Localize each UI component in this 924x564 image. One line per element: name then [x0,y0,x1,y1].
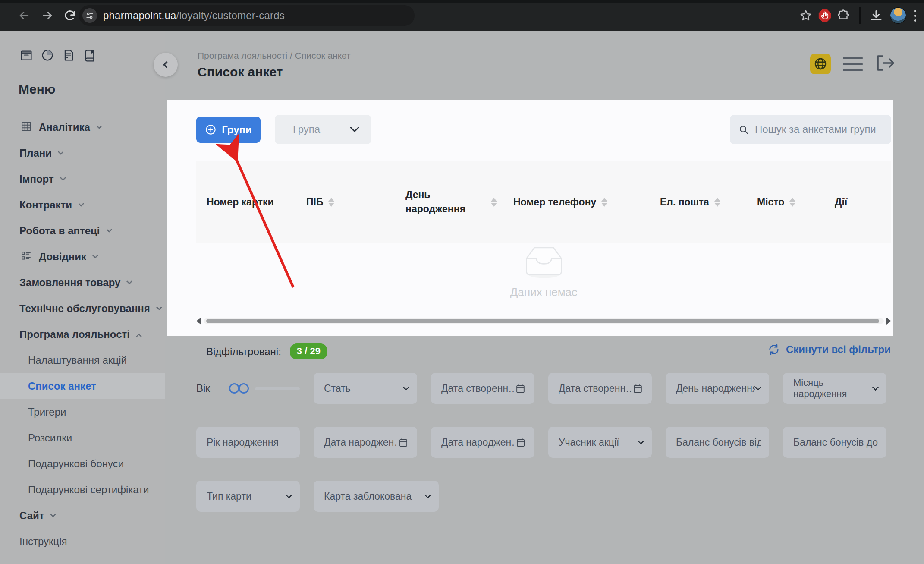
browser-refresh-icon[interactable] [60,6,79,25]
browser-forward-icon[interactable] [38,6,57,25]
bookmark-star-icon[interactable] [796,6,815,25]
sidebar-item-import[interactable]: Імпорт [0,166,165,192]
search-input[interactable] [755,123,883,135]
birth-month-select[interactable]: Місяць народження [783,373,886,404]
sidebar-item-promo-settings[interactable]: Налаштування акцій [0,347,165,373]
column-header-card-number: Номер картки [196,161,306,243]
birth-date-from-input[interactable]: Дата народжен… [314,427,417,458]
scroll-left-arrow-icon[interactable] [196,318,201,325]
column-label: День народження [405,188,462,217]
sidebar-item-directory[interactable]: Довідник [0,244,165,270]
document-icon[interactable] [62,48,75,62]
scroll-right-arrow-icon[interactable] [886,318,891,325]
column-label: Номер картки [207,196,274,208]
sidebar-item-orders[interactable]: Замовлення товару [0,270,165,296]
sidebar-item-analytics[interactable]: Аналітика [0,114,165,140]
sidebar-item-pharmacy-work[interactable]: Робота в аптеці [0,218,165,244]
chevron-down-icon [78,201,84,207]
pie-chart-icon[interactable] [41,48,54,62]
url-text: pharmapoint.ua/loyalty/customer-cards [103,9,285,22]
card-blocked-select[interactable]: Карта заблокована [314,481,439,512]
reset-filters-label: Скинути всі фільтри [786,343,891,356]
scrollbar-thumb[interactable] [206,319,879,323]
sidebar-item-site[interactable]: Сайт [0,503,165,529]
column-header-phone[interactable]: Номер телефону [513,161,660,243]
filter-label: Дата створенн… [559,383,632,394]
url-bar[interactable]: pharmapoint.ua/loyalty/customer-cards [79,5,415,26]
profile-avatar[interactable] [890,7,906,24]
filter-label: Учасник акції [559,437,619,448]
adblock-extension-icon[interactable] [815,6,834,25]
archive-box-icon[interactable] [19,48,33,62]
reset-filters-link[interactable]: Скинути всі фільтри [768,343,891,356]
sidebar-item-instruction[interactable]: Інструкція [0,529,165,555]
site-info-icon[interactable] [82,8,97,23]
browser-tab-strip [0,0,924,3]
bonus-balance-from-input[interactable]: Баланс бонусів від [666,427,769,458]
filter-label: Баланс бонусів від [676,437,761,448]
sidebar-item-gift-certificates[interactable]: Подарункові сертифікати [0,477,165,503]
chevron-down-icon [156,304,162,310]
sidebar-item-loyalty-program[interactable]: Програма лояльності [0,321,165,347]
group-select[interactable]: Група [275,115,371,144]
column-label: ПІБ [306,196,323,208]
search-field[interactable] [730,115,891,144]
sidebar-item-triggers[interactable]: Тригери [0,399,165,425]
sidebar-item-label: Імпорт [19,173,54,185]
birth-date-to-input[interactable]: Дата народжен… [431,427,534,458]
card-type-select[interactable]: Тип карти [196,481,300,512]
sort-icon[interactable] [789,198,795,207]
hamburger-menu-icon[interactable] [843,57,863,71]
infinity-icon[interactable] [229,383,249,394]
chevron-down-icon [96,123,102,129]
browser-back-icon[interactable] [15,6,34,25]
column-header-name[interactable]: ПІБ [306,161,405,243]
empty-inbox-icon [520,243,568,280]
bonus-balance-to-input[interactable]: Баланс бонусів до [783,427,886,458]
chevron-down-icon [755,384,762,391]
language-globe-button[interactable] [810,54,831,74]
promo-participant-select[interactable]: Учасник акції [548,427,652,458]
group-select-value: Група [293,123,320,135]
sort-icon[interactable] [328,198,334,207]
filter-label: Рік народження [207,437,279,448]
groups-button[interactable]: Групи [196,117,261,143]
sidebar-item-mailings[interactable]: Розсилки [0,425,165,451]
extensions-puzzle-icon[interactable] [834,6,853,25]
birth-day-select[interactable]: День народження [666,373,769,404]
column-header-birthday[interactable]: День народження [405,161,513,243]
chevron-down-icon [50,511,56,517]
horizontal-scrollbar[interactable] [196,318,891,325]
gender-select[interactable]: Стать [314,373,417,404]
column-header-email[interactable]: Ел. пошта [660,161,757,243]
sidebar-item-customer-cards[interactable]: Список анкет [0,373,165,399]
sidebar-item-gift-bonuses[interactable]: Подарункові бонуси [0,451,165,477]
sort-icon[interactable] [714,198,720,207]
chrome-menu-icon[interactable] [914,10,916,22]
chrome-divider [859,7,861,24]
downloads-icon[interactable] [867,6,886,25]
sidebar-item-label: Плани [19,147,52,159]
sidebar-item-contracts[interactable]: Контракти [0,192,165,218]
sidebar-item-plans[interactable]: Плани [0,140,165,166]
chevron-down-icon [403,384,410,391]
book-icon[interactable] [83,48,97,62]
date-created-from-input[interactable]: Дата створенн… [431,373,534,404]
birth-year-input[interactable]: Рік народження [196,427,300,458]
sidebar-item-maintenance[interactable]: Технічне обслуговування [0,296,165,321]
sidebar-item-label: Налаштування акцій [28,354,127,366]
sidebar: Меню Аналітика Плани Імпорт Контракти Ро… [0,31,165,564]
customer-cards-panel: Групи Група Номер картки ПІБ День народж… [167,100,893,336]
column-label: Місто [757,196,784,208]
column-header-city[interactable]: Місто [757,161,835,243]
sort-icon[interactable] [601,198,607,207]
date-created-to-input[interactable]: Дата створенн… [548,373,652,404]
logout-icon[interactable] [875,54,896,74]
sidebar-item-label: Розсилки [28,432,72,444]
sort-icon[interactable] [491,198,497,207]
filtered-label: Відфільтровані: [206,346,281,358]
chevron-down-icon [286,492,292,498]
scrollbar-track[interactable] [204,318,884,324]
sidebar-collapse-button[interactable] [154,53,178,77]
age-slider-track[interactable] [255,387,300,390]
